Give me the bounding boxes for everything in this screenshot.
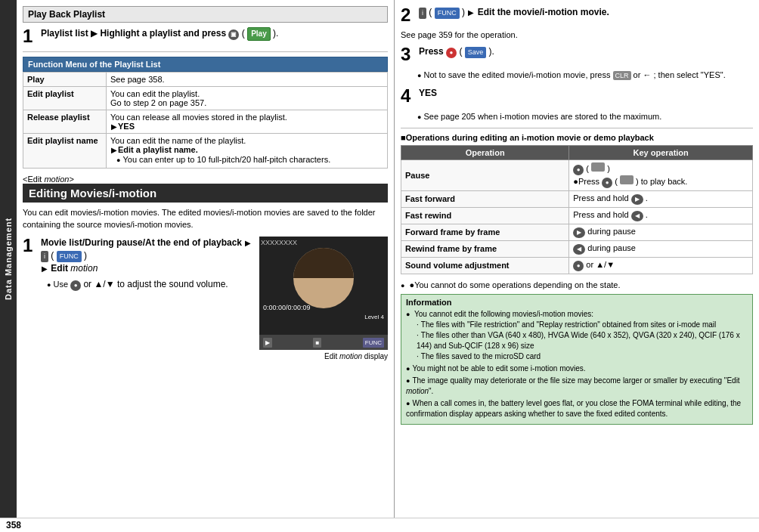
- pause-circle-btn2: ●: [602, 178, 612, 188]
- function-menu-title: Function Menu of the Playlist List: [28, 60, 160, 69]
- func-row-play-label: Play: [23, 73, 107, 87]
- paren-close: ).: [273, 28, 278, 39]
- step3-paren-close: ).: [489, 46, 494, 57]
- ops-fwdframe-key: ▶ during pause: [569, 224, 753, 240]
- ops-rwdframe-label: Rewind frame by frame: [401, 240, 569, 257]
- step2-number: 2: [401, 6, 414, 24]
- table-row: Rewind frame by frame ◀ during pause: [401, 240, 753, 257]
- image-area: XXXXXXXX 0:00:00/0:00:09 Level 4 ▶ ■ FUN…: [259, 237, 388, 362]
- env-button[interactable]: ▣: [228, 29, 239, 40]
- divider-right: [401, 128, 753, 128]
- play-button[interactable]: Play: [247, 27, 271, 41]
- info-sub-1: The files with "File restriction" and "R…: [417, 320, 748, 330]
- ops-fastfwd-key: Press and hold ▶ .: [569, 190, 753, 207]
- func-row-editname-desc: You can edit the name of the playlist. ▶…: [107, 134, 388, 169]
- edit-arrow2: ▶: [42, 264, 48, 274]
- func-i-badge: i: [41, 251, 48, 262]
- step3-save-badge: Save: [465, 47, 487, 58]
- func-row-editname-label: Edit playlist name: [23, 134, 107, 169]
- paren-open: (: [242, 28, 245, 39]
- edit-step1-content: XXXXXXXX 0:00:00/0:00:09 Level 4 ▶ ■ FUN…: [41, 237, 388, 365]
- step2-i-badge: i: [419, 8, 426, 19]
- ops-soundvol-label: Sound volume adjustment: [401, 257, 569, 274]
- step2-content: i ( FUNC ) ▶ Edit the movie/i-motion mov…: [419, 6, 753, 19]
- edit-motion-label: Edit: [51, 263, 70, 274]
- ops-col-key: Key operation: [569, 145, 753, 159]
- fastfwd-btn: ▶: [631, 194, 643, 205]
- pause-circle-btn: ●: [573, 165, 584, 175]
- right-step2: 2 i ( FUNC ) ▶ Edit the movie/i-motion m…: [401, 6, 753, 24]
- ctrl-stop-btn[interactable]: ■: [313, 338, 321, 348]
- image-caption: Edit motion display: [259, 351, 388, 362]
- sidebar-label: Data Management: [0, 0, 17, 518]
- playback-header-text: Play Back Playlist: [28, 9, 105, 20]
- paren-close2: ): [84, 250, 87, 261]
- left-panel: Play Back Playlist 1 Playlist list ▶ Hig…: [17, 0, 395, 518]
- fwdframe-btn: ▶: [573, 227, 585, 238]
- func-label-badge: FUNC: [57, 251, 82, 262]
- table-row: Forward frame by frame ▶ during pause: [401, 224, 753, 240]
- info-header-text: Information: [406, 298, 452, 307]
- step2-paren-open: (: [429, 7, 432, 17]
- step3-content: Press ● ( Save ).: [419, 45, 753, 58]
- vol-circle-btn: ●: [573, 261, 584, 271]
- table-row: Edit playlist name You can edit the name…: [23, 134, 388, 169]
- info-sub-2: The files other than VGA (640 x 480), HV…: [417, 330, 748, 351]
- edit-title-text: Editing Movies/i-motion: [29, 187, 156, 200]
- content-area: Play Back Playlist 1 Playlist list ▶ Hig…: [17, 0, 759, 518]
- edit-label-close: >: [69, 175, 73, 184]
- table-row: Fast forward Press and hold ▶ .: [401, 190, 753, 207]
- information-box: Information You cannot edit the followin…: [401, 294, 753, 425]
- image-time: 0:00:00/0:00:09: [263, 303, 311, 313]
- step2-paren-close: ): [462, 7, 465, 17]
- ctrl-func-btn[interactable]: FUNC: [363, 338, 384, 348]
- step3-press-text: Press: [419, 46, 446, 57]
- table-row: Edit playlist You can edit the playlist.…: [23, 87, 388, 110]
- ctrl-play-btn[interactable]: ▶: [263, 338, 272, 348]
- step4-number: 4: [401, 87, 414, 105]
- edit-title: Editing Movies/i-motion: [23, 184, 388, 203]
- step3-clr-badge: CLR: [613, 71, 631, 80]
- operations-header: ■Operations during editing an i-motion m…: [401, 133, 753, 142]
- step2-bold-text: Edit the movie/i-motion movie.: [478, 7, 609, 17]
- right-step3: 3 Press ● ( Save ).: [401, 45, 753, 63]
- table-row: Release playlist You can release all mov…: [23, 110, 388, 134]
- right-step4: 4 YES: [401, 87, 753, 105]
- playback-section-header: Play Back Playlist: [23, 6, 388, 23]
- info-item-2: You might not be able to edit some i-mot…: [406, 363, 748, 374]
- table-row: Pause ● ( ) ●Press ● ( ) to play back.: [401, 159, 753, 190]
- ops-fwdframe-label: Forward frame by frame: [401, 224, 569, 240]
- func-row-play-desc: See page 358.: [107, 73, 388, 87]
- table-row: Sound volume adjustment ● or ▲/▼: [401, 257, 753, 274]
- step3-circle-btn[interactable]: ●: [446, 48, 457, 58]
- playback-step1: 1 Playlist list ▶ Highlight a playlist a…: [23, 27, 388, 45]
- table-row: Play See page 358.: [23, 73, 388, 87]
- step2-description: See page 359 for the operation.: [401, 30, 753, 39]
- step4-bullet: See page 205 when i-motion movies are st…: [411, 111, 753, 122]
- right-panel: 2 i ( FUNC ) ▶ Edit the movie/i-motion m…: [395, 0, 759, 518]
- step1-arrow: ▶: [91, 28, 98, 39]
- edit-step1-arrow: ▶: [245, 238, 251, 249]
- cannot-do-text: ●You cannot do some operations depending…: [410, 280, 621, 289]
- step1-content: Playlist list ▶ Highlight a playlist and…: [41, 27, 388, 41]
- motion-text: motion: [44, 175, 69, 184]
- func-row-release-label: Release playlist: [23, 110, 107, 134]
- step1-text: Playlist list: [41, 28, 88, 39]
- step4-content: YES: [419, 87, 753, 100]
- cannot-do-note: ●You cannot do some operations depending…: [401, 280, 753, 289]
- step4-yes-text: YES: [419, 88, 437, 98]
- step3-back-arrow: ←: [643, 70, 651, 79]
- ops-table-body: Pause ● ( ) ●Press ● ( ) to play back.: [401, 159, 753, 274]
- sidebar-label-text: Data Management: [4, 218, 13, 300]
- edit-label: <Edit: [23, 175, 44, 184]
- info-item-3: The image quality may deteriorate or the…: [406, 376, 748, 397]
- vol-up: ▲: [596, 260, 604, 269]
- step2-arrow: ▶: [468, 8, 474, 18]
- fastrwd-btn: ◀: [631, 211, 643, 221]
- vol-down: ▼: [606, 260, 615, 269]
- ops-fastrwd-key: Press and hold ◀ .: [569, 207, 753, 224]
- edit-step1-line1: Movie list/During pause/At the end of pl…: [41, 237, 242, 248]
- up-arrow-btn: ▲: [94, 279, 103, 289]
- circle-or-btn[interactable]: ●: [70, 280, 81, 291]
- ops-col-operation: Operation: [401, 145, 569, 159]
